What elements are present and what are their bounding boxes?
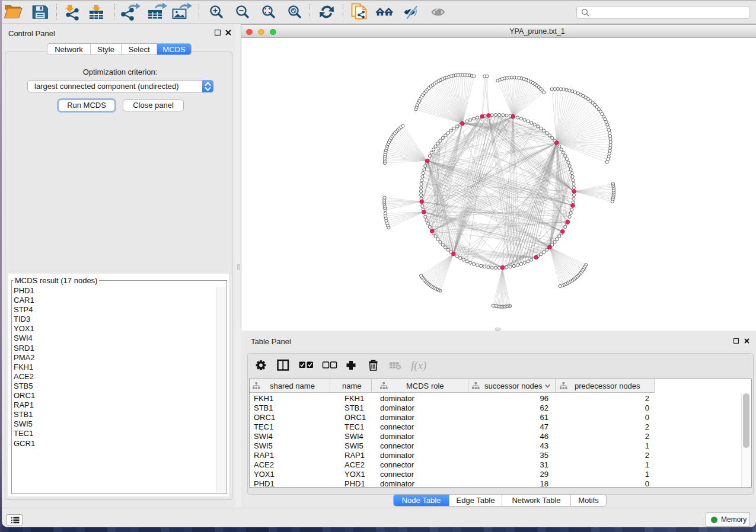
svg-text:f(x): f(x): [411, 359, 426, 372]
